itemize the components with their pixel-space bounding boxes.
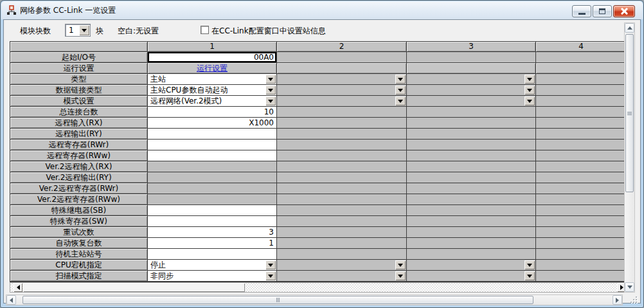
grid-cell-dropdown-gray[interactable]	[407, 96, 536, 107]
operation-settings-link[interactable]: 运行设置	[148, 63, 276, 73]
grid-cell-text[interactable]	[148, 216, 277, 227]
dropdown-arrow-icon[interactable]	[395, 271, 406, 280]
grid-cell-text[interactable]	[148, 129, 277, 140]
dropdown-arrow-icon[interactable]	[265, 86, 276, 95]
dropdown-arrow-icon[interactable]	[265, 96, 276, 105]
table-row: 类型主站	[10, 74, 627, 85]
table-row: 扫描模式指定非同步	[10, 271, 627, 282]
row-header: 自动恢复台数	[10, 238, 148, 249]
dropdown-arrow-icon[interactable]	[395, 260, 406, 269]
dropdown-arrow-icon[interactable]	[524, 271, 535, 280]
grid-cell-input-active[interactable]: 00A0	[148, 52, 277, 63]
cell-value: X1000	[148, 118, 276, 128]
corner-header-cell	[10, 42, 148, 52]
table-row: 特殊寄存器(SW)	[10, 216, 627, 227]
grid-cell-text[interactable]	[148, 205, 277, 216]
grid-cell-dropdown-gray[interactable]	[277, 271, 407, 282]
cell-value: 10	[148, 107, 276, 117]
grid-cell-text[interactable]: X1000	[148, 118, 277, 129]
h-scrollbar-thumb[interactable]	[22, 296, 533, 304]
row-header: 远程寄存器(RWw)	[10, 150, 148, 161]
dropdown-arrow-icon[interactable]	[395, 86, 406, 95]
grid-cell-dropdown[interactable]: 非同步	[148, 271, 277, 282]
grid-cell-button[interactable]	[407, 63, 536, 74]
window-h-scrollbar[interactable]	[6, 294, 623, 305]
grid-cell-button[interactable]	[277, 63, 407, 74]
titlebar[interactable]: 网络参数 CC-Link 一览设置	[1, 1, 643, 19]
grid-cell-text[interactable]: 3	[148, 227, 277, 238]
dropdown-arrow-icon[interactable]	[524, 86, 535, 95]
arrow-up-icon	[627, 26, 632, 30]
grid-cell-text[interactable]: 1	[148, 238, 277, 249]
scroll-left-button[interactable]	[6, 295, 16, 305]
grid-cell-text[interactable]	[148, 140, 277, 150]
grid-cell-gray	[536, 96, 627, 107]
table-h-scrollbar[interactable]	[10, 282, 627, 293]
grid-cell-dropdown[interactable]: 远程网络(Ver.2模式)	[148, 96, 277, 107]
dropdown-arrow-icon[interactable]	[524, 75, 535, 84]
grid-cell-dropdown-gray[interactable]	[407, 260, 536, 271]
grid-cell-dropdown[interactable]: 停止	[148, 260, 277, 271]
grid-cell-gray	[407, 118, 536, 129]
close-button[interactable]	[613, 5, 635, 17]
grid-cell-gray	[536, 150, 627, 161]
dropdown-arrow-icon[interactable]	[265, 75, 276, 84]
grid-cell-dropdown-gray[interactable]	[407, 74, 536, 85]
grid-cell-gray	[407, 238, 536, 249]
table-row: 远程输入(RX)X1000	[10, 118, 627, 129]
cell-value: 3	[148, 227, 276, 237]
cclink-config-checkbox[interactable]	[201, 26, 209, 34]
module-count-label: 模块块数	[20, 26, 51, 37]
grid-cell-gray	[536, 172, 627, 183]
table-row: 重试次数3	[10, 227, 627, 238]
grid-cell-dropdown-gray[interactable]	[407, 85, 536, 96]
table-h-scrollbar-thumb[interactable]	[23, 283, 245, 292]
grid-cell-dropdown-gray[interactable]	[277, 96, 407, 107]
grid-cell-dropdown-gray[interactable]	[407, 271, 536, 282]
resize-grip[interactable]	[630, 296, 639, 305]
grid-cell-gray	[277, 118, 407, 129]
arrow-down-icon	[627, 285, 632, 289]
grid-cell-dropdown-gray[interactable]	[277, 85, 407, 96]
dropdown-arrow-icon[interactable]	[524, 96, 535, 105]
v-scrollbar-thumb[interactable]	[625, 34, 634, 192]
close-icon	[621, 8, 628, 15]
grid-cell-text[interactable]	[148, 249, 277, 260]
minimize-button[interactable]	[572, 5, 591, 17]
dropdown-arrow-icon[interactable]	[395, 75, 406, 84]
dropdown-arrow-icon[interactable]	[265, 260, 276, 269]
grid-cell-dropdown[interactable]: 主站	[148, 74, 277, 85]
grid-cell-text[interactable]: 10	[148, 107, 277, 118]
arrow-right-icon	[620, 285, 623, 290]
table-row: 远程寄存器(RWr)	[10, 140, 627, 150]
dropdown-arrow-icon[interactable]	[265, 271, 276, 280]
row-header: 运行设置	[10, 63, 148, 74]
cell-value: 00A0	[148, 52, 276, 62]
grid-cell-link[interactable]: 运行设置	[148, 63, 277, 74]
grid-cell-dropdown[interactable]: 主站CPU参数自动起动	[148, 85, 277, 96]
dropdown-arrow-icon[interactable]	[395, 96, 406, 105]
grid-body: 起始I/O号00A0运行设置运行设置类型主站数据链接类型主站CPU参数自动起动模…	[10, 52, 627, 282]
grid-cell-gray	[536, 107, 627, 118]
blank-hint-label: 空白:无设置	[118, 26, 159, 37]
scroll-up-button[interactable]	[625, 23, 634, 33]
grid-cell-gray	[407, 107, 536, 118]
module-count-combobox[interactable]: 1	[65, 24, 91, 37]
dropdown-arrow-icon[interactable]	[524, 260, 535, 269]
cell-value: 非同步	[148, 271, 276, 281]
grid-cell-gray	[536, 271, 627, 282]
table-scroll-left-button[interactable]	[13, 283, 22, 292]
grid-cell-gray	[536, 183, 627, 194]
window-v-scrollbar[interactable]	[624, 23, 635, 293]
combobox-arrow-icon[interactable]	[79, 25, 89, 35]
grid-cell-button[interactable]	[536, 63, 627, 74]
row-header: CPU宕机指定	[10, 260, 148, 271]
restore-button[interactable]	[593, 5, 612, 17]
scroll-down-button[interactable]	[625, 282, 634, 292]
grid-cell-dropdown-gray[interactable]	[277, 260, 407, 271]
grid-cell-text[interactable]	[148, 150, 277, 161]
grid-cell-dropdown-gray[interactable]	[277, 74, 407, 85]
scroll-right-button[interactable]	[613, 295, 622, 305]
grid-cell-gray	[536, 260, 627, 271]
row-header: 特殊继电器(SB)	[10, 205, 148, 216]
